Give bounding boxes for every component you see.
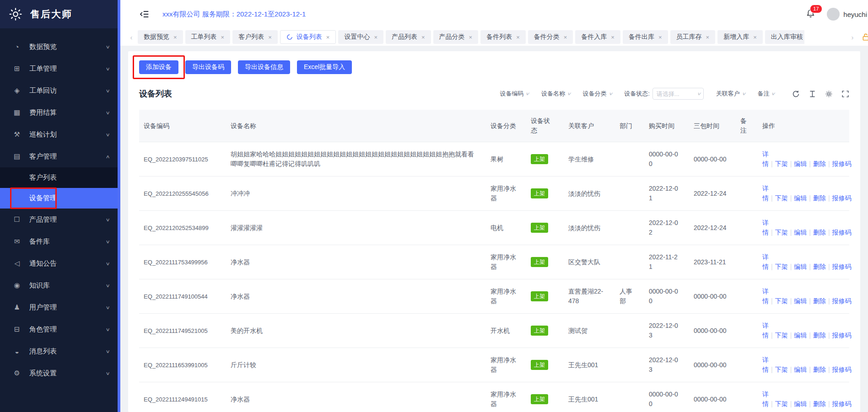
device-status-input[interactable] [652, 88, 704, 100]
sidebar-item-order-followup[interactable]: 工单回访 [0, 80, 120, 102]
tab-work-order-list[interactable]: 工单列表× [185, 30, 231, 44]
close-icon[interactable]: × [753, 34, 757, 41]
tab-parts-inbound[interactable]: 备件入库× [575, 30, 620, 44]
action-offline-link[interactable]: 下架 [775, 160, 788, 167]
filter-device-name[interactable]: 设备名称 [541, 90, 571, 98]
action-edit-link[interactable]: 编辑 [794, 366, 807, 373]
tab-parts-category[interactable]: 备件分类× [528, 30, 573, 44]
action-edit-link[interactable]: 编辑 [794, 297, 807, 305]
tab-settings-center[interactable]: 设置中心× [338, 30, 383, 44]
action-repair-code-link[interactable]: 报修码 [832, 400, 852, 407]
action-repair-code-link[interactable]: 报修码 [832, 263, 852, 270]
tab-customer-list[interactable]: 客户列表× [232, 30, 278, 44]
action-offline-link[interactable]: 下架 [775, 366, 788, 373]
tab-employee-stock[interactable]: 员工库存× [670, 30, 716, 44]
filter-device-code[interactable]: 设备编码 [500, 90, 529, 98]
action-detail-link[interactable]: 详情 [762, 185, 769, 202]
action-delete-link[interactable]: 删除 [813, 229, 826, 236]
sidebar-item-parts-library[interactable]: 备件库 [0, 230, 120, 252]
action-delete-link[interactable]: 删除 [813, 263, 826, 270]
sidebar-item-product-mgmt[interactable]: 产品管理 [0, 209, 120, 230]
action-delete-link[interactable]: 删除 [813, 332, 826, 339]
sidebar-item-device-mgmt[interactable]: 设备管理 [0, 188, 120, 209]
action-edit-link[interactable]: 编辑 [794, 194, 807, 202]
sidebar-item-role-mgmt[interactable]: 角色管理 [0, 318, 120, 340]
company-service-text[interactable]: xxx有限公司 服务期限：2022-12-1至2023-12-1 [162, 10, 806, 19]
action-repair-code-link[interactable]: 报修码 [832, 229, 852, 236]
action-detail-link[interactable]: 详情 [762, 253, 769, 270]
tab-device-list[interactable]: 设备列表× [280, 30, 336, 44]
device-status-select[interactable] [652, 88, 704, 100]
action-detail-link[interactable]: 详情 [762, 219, 769, 236]
close-icon[interactable]: × [706, 34, 710, 41]
filter-device-category[interactable]: 设备分类 [583, 90, 612, 98]
close-icon[interactable]: × [469, 34, 473, 41]
action-edit-link[interactable]: 编辑 [794, 160, 807, 167]
tab-parts-outbound[interactable]: 备件出库× [623, 30, 668, 44]
sidebar-item-customer-list[interactable]: 客户列表 [0, 167, 120, 188]
action-repair-code-link[interactable]: 报修码 [832, 160, 852, 167]
close-icon[interactable]: × [268, 34, 272, 41]
action-offline-link[interactable]: 下架 [775, 263, 788, 270]
action-edit-link[interactable]: 编辑 [794, 229, 807, 236]
action-offline-link[interactable]: 下架 [775, 400, 788, 407]
action-delete-link[interactable]: 删除 [813, 194, 826, 202]
sidebar-item-customer-mgmt[interactable]: 客户管理 [0, 145, 120, 167]
sidebar-item-work-orders[interactable]: 工单管理 [0, 58, 120, 80]
tab-product-category[interactable]: 产品分类× [433, 30, 479, 44]
close-icon[interactable]: × [326, 34, 330, 41]
sidebar-item-billing[interactable]: 费用结算 [0, 102, 120, 123]
add-device-button[interactable]: 添加设备 [139, 60, 178, 74]
action-delete-link[interactable]: 删除 [813, 366, 826, 373]
fullscreen-icon[interactable] [841, 90, 849, 98]
action-delete-link[interactable]: 删除 [813, 160, 826, 167]
action-edit-link[interactable]: 编辑 [794, 263, 807, 270]
action-offline-link[interactable]: 下架 [775, 194, 788, 202]
action-repair-code-link[interactable]: 报修码 [832, 332, 852, 339]
action-detail-link[interactable]: 详情 [762, 322, 769, 339]
filter-customer[interactable]: 关联客户 [716, 90, 745, 98]
action-repair-code-link[interactable]: 报修码 [832, 366, 852, 373]
action-detail-link[interactable]: 详情 [762, 150, 769, 167]
close-icon[interactable]: × [658, 34, 662, 41]
sidebar-scrollbar[interactable] [118, 0, 120, 412]
row-height-icon[interactable] [809, 90, 816, 98]
tab-product-list[interactable]: 产品列表× [386, 30, 431, 44]
tab-inout-audit[interactable]: 出入库审核 [765, 30, 804, 44]
close-icon[interactable]: × [516, 34, 520, 41]
close-icon[interactable]: × [173, 34, 177, 41]
sidebar-item-inspection-plan[interactable]: 巡检计划 [0, 123, 120, 145]
tab-new-inbound[interactable]: 新增入库× [717, 30, 763, 44]
action-offline-link[interactable]: 下架 [775, 297, 788, 305]
lock-icon[interactable] [862, 33, 868, 41]
sidebar-item-data-preview[interactable]: 数据预览 [0, 36, 120, 58]
action-edit-link[interactable]: 编辑 [794, 332, 807, 339]
action-detail-link[interactable]: 详情 [762, 391, 769, 407]
sidebar-item-user-mgmt[interactable]: 用户管理 [0, 296, 120, 318]
refresh-icon[interactable] [792, 90, 800, 98]
close-icon[interactable]: × [221, 34, 225, 41]
action-detail-link[interactable]: 详情 [762, 356, 769, 373]
action-offline-link[interactable]: 下架 [775, 332, 788, 339]
close-icon[interactable]: × [421, 34, 425, 41]
export-device-codes-button[interactable]: 导出设备码 [185, 60, 231, 74]
filter-remark[interactable]: 备注 [757, 90, 775, 98]
export-device-info-button[interactable]: 导出设备信息 [238, 60, 290, 74]
action-offline-link[interactable]: 下架 [775, 229, 788, 236]
sidebar-item-announcements[interactable]: 通知公告 [0, 252, 120, 274]
bell-icon[interactable]: 17 [806, 9, 816, 20]
action-detail-link[interactable]: 详情 [762, 288, 769, 305]
tab-parts-list[interactable]: 备件列表× [480, 30, 526, 44]
excel-batch-import-button[interactable]: Excel批量导入 [297, 60, 352, 74]
tab-prev-icon[interactable]: ‹ [127, 30, 136, 44]
close-icon[interactable]: × [611, 34, 615, 41]
action-delete-link[interactable]: 删除 [813, 400, 826, 407]
sidebar-item-system-settings[interactable]: 系统设置 [0, 362, 120, 384]
action-repair-code-link[interactable]: 报修码 [832, 297, 852, 305]
close-icon[interactable]: × [374, 34, 377, 41]
sidebar-item-knowledge-base[interactable]: 知识库 [0, 274, 120, 296]
action-edit-link[interactable]: 编辑 [794, 400, 807, 407]
avatar[interactable] [827, 8, 840, 21]
action-delete-link[interactable]: 删除 [813, 297, 826, 305]
collapse-menu-icon[interactable] [140, 9, 150, 19]
